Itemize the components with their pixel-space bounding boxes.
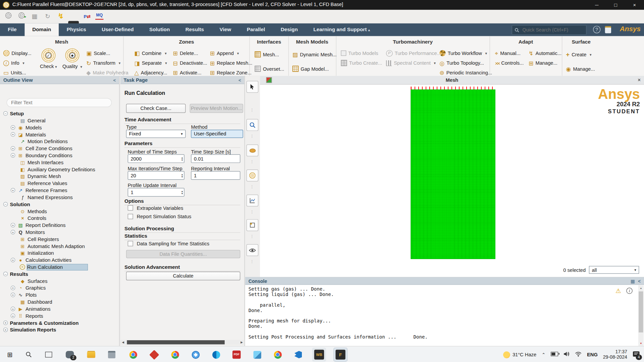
parallel-processes-icon[interactable]: P⇄ bbox=[83, 12, 91, 20]
display-check-tool-button[interactable] bbox=[247, 244, 259, 256]
expand-icon[interactable]: + bbox=[11, 146, 15, 150]
tree-item-controls[interactable]: ×Controls bbox=[0, 215, 119, 222]
minimize-button[interactable]: ─ bbox=[587, 0, 606, 10]
reporting-interval-input[interactable]: 1 bbox=[191, 171, 240, 180]
replace-zone-button[interactable]: ⊞Replace Zone... bbox=[210, 69, 252, 76]
warning-icon[interactable]: ⚠ bbox=[615, 287, 621, 295]
expand-icon[interactable]: + bbox=[11, 258, 15, 262]
units-button[interactable]: ▭Units... bbox=[3, 69, 26, 76]
pdf-reader-icon[interactable]: PDF bbox=[232, 350, 241, 359]
close-button[interactable]: × bbox=[625, 0, 644, 10]
display-button[interactable]: Display... bbox=[3, 50, 32, 57]
expand-icon[interactable]: + bbox=[11, 293, 15, 297]
activate-zones-button[interactable]: ⊞Activate... bbox=[173, 69, 202, 76]
views-tool-button[interactable] bbox=[247, 219, 259, 231]
preview-mesh-motion-button[interactable]: Preview Mesh Motion... bbox=[190, 104, 243, 113]
solve-lightning-icon[interactable]: ↯ bbox=[57, 12, 65, 20]
close-viewport-icon[interactable]: × bbox=[638, 76, 641, 84]
profile-update-interval-input[interactable]: 1▴▾ bbox=[128, 188, 184, 197]
chrome-3-icon[interactable] bbox=[273, 350, 282, 359]
tree-item-reference-frames[interactable]: +↗Reference Frames bbox=[0, 187, 119, 194]
refresh-icon[interactable]: ↻ bbox=[44, 12, 52, 20]
replace-mesh-button[interactable]: ⊞Replace Mesh... bbox=[210, 60, 253, 67]
zoom-tool-button[interactable] bbox=[247, 119, 259, 131]
expand-icon[interactable]: + bbox=[3, 320, 8, 325]
tree-item-reports[interactable]: +⠿Reports bbox=[0, 312, 119, 319]
show-hidden-icons-chevron[interactable]: ⌃ bbox=[542, 352, 545, 357]
console-grid-icon[interactable]: ▦ bbox=[631, 278, 635, 285]
tree-item-dashboard[interactable]: ▦Dashboard bbox=[0, 298, 119, 305]
expand-icon[interactable]: + bbox=[3, 327, 8, 332]
turbo-performance-button[interactable]: PTurbo Performance... bbox=[386, 50, 441, 57]
expand-icon[interactable]: + bbox=[11, 230, 15, 234]
adapt-controls-button[interactable]: ××Controls... bbox=[495, 60, 524, 67]
time-step-size-input[interactable]: 0.01 bbox=[191, 154, 240, 163]
pointer-tool-button[interactable] bbox=[247, 81, 259, 93]
tab-solution[interactable]: Solution bbox=[142, 23, 178, 36]
language-indicator[interactable]: ENG bbox=[587, 352, 598, 357]
scroll-up-icon[interactable]: ▴ bbox=[638, 285, 644, 291]
display-mesh-icon[interactable] bbox=[4, 12, 12, 20]
taskbar-search-icon[interactable] bbox=[24, 350, 34, 359]
tab-user-defined[interactable]: User-Defined bbox=[94, 23, 142, 36]
tree-item-solution[interactable]: −Solution bbox=[0, 201, 119, 208]
expand-icon[interactable]: + bbox=[11, 153, 15, 158]
report-simulation-status-checkbox[interactable] bbox=[128, 214, 133, 219]
quality-button[interactable]: ★ Quality ▾ bbox=[61, 48, 84, 69]
collapse-panel-icon[interactable]: < bbox=[638, 278, 641, 285]
clock-widget[interactable]: 17:3729-08-2024 bbox=[603, 349, 627, 360]
console-output[interactable]: Setting gas (gas) ... Done.Setting liqui… bbox=[249, 287, 428, 340]
volume-icon[interactable] bbox=[564, 351, 570, 358]
tree-item-report-definitions[interactable]: +▧Report Definitions bbox=[0, 222, 119, 229]
edge-icon[interactable] bbox=[211, 350, 221, 359]
collapse-panel-icon[interactable]: < bbox=[113, 76, 116, 84]
collapse-icon[interactable]: − bbox=[3, 272, 8, 276]
help-icon[interactable]: ? bbox=[593, 26, 600, 33]
expand-icon[interactable]: + bbox=[11, 188, 15, 192]
anydesk-icon[interactable] bbox=[149, 350, 159, 359]
append-button[interactable]: ⊞Append▾ bbox=[210, 50, 239, 57]
mesh-display-tool-button[interactable] bbox=[247, 170, 259, 182]
tree-item-models[interactable]: +◉Models bbox=[0, 124, 119, 131]
tree-item-materials[interactable]: +◪Materials bbox=[0, 131, 119, 138]
check-button[interactable]: ✓ Check▾ bbox=[37, 48, 60, 69]
tab-results[interactable]: Results bbox=[178, 23, 212, 36]
calculate-button[interactable]: Calculate bbox=[126, 272, 240, 281]
spectral-content-button[interactable]: Spectral Content▾ bbox=[386, 60, 436, 67]
chat-icon[interactable]: 2 bbox=[65, 350, 74, 359]
adapt-manual-button[interactable]: ⌖Manual... bbox=[495, 50, 521, 57]
collapse-icon[interactable]: − bbox=[3, 111, 8, 116]
scrollbar-thumb[interactable] bbox=[639, 291, 643, 332]
make-polyhedra-button[interactable]: ◆Make Polyhedra bbox=[86, 69, 128, 76]
spinner-control[interactable]: ▴▾ bbox=[181, 172, 183, 179]
periodic-instancing-button[interactable]: ⊚Periodic Instancing... bbox=[439, 69, 492, 76]
spinner-control[interactable]: ▴▾ bbox=[181, 189, 183, 196]
tab-parallel[interactable]: Parallel bbox=[239, 23, 273, 36]
tree-item-animations[interactable]: +▶Animations bbox=[0, 305, 119, 312]
quick-search-box[interactable] bbox=[512, 25, 587, 35]
weather-widget[interactable]: 31°C Haze bbox=[503, 351, 536, 358]
vscode-icon[interactable] bbox=[293, 350, 303, 359]
expand-icon[interactable]: + bbox=[11, 125, 15, 129]
combine-button[interactable]: ◧Combine▾ bbox=[134, 50, 166, 57]
scale-button[interactable]: ▣Scale... bbox=[86, 50, 110, 57]
start-button[interactable]: ⊞ bbox=[5, 350, 15, 359]
domain-icon[interactable]: ▦ bbox=[31, 12, 39, 20]
filter-tool-button[interactable] bbox=[247, 144, 259, 157]
tree-item-initialization[interactable]: ▣Initialization bbox=[0, 249, 119, 256]
export-mesh-icon[interactable]: ▸ bbox=[17, 12, 25, 20]
tree-item-auxiliary-geometry[interactable]: ◧Auxiliary Geometry Definitions bbox=[0, 166, 119, 173]
selection-filter-select[interactable]: all▾ bbox=[589, 266, 639, 274]
scroll-right-icon[interactable]: ▶ bbox=[239, 340, 245, 345]
fax-printer-icon[interactable] bbox=[107, 350, 116, 359]
tree-item-reference-values[interactable]: ▤Reference Values bbox=[0, 180, 119, 187]
maximize-button[interactable]: □ bbox=[606, 0, 625, 10]
tree-item-cell-registers[interactable]: ⊞Cell Registers bbox=[0, 236, 119, 243]
tree-item-automatic-mesh-adaption[interactable]: ⊞Automatic Mesh Adaption bbox=[0, 243, 119, 250]
scrollbar-thumb[interactable] bbox=[127, 340, 224, 344]
turbo-workflow-button[interactable]: Turbo Workflow▾ bbox=[439, 50, 487, 57]
expand-icon[interactable]: + bbox=[11, 314, 15, 318]
tab-file[interactable]: File bbox=[0, 23, 24, 36]
tree-item-motion-definitions[interactable]: ↗Motion Definitions bbox=[0, 138, 119, 145]
tree-item-mesh-interfaces[interactable]: ◫Mesh Interfaces bbox=[0, 159, 119, 166]
